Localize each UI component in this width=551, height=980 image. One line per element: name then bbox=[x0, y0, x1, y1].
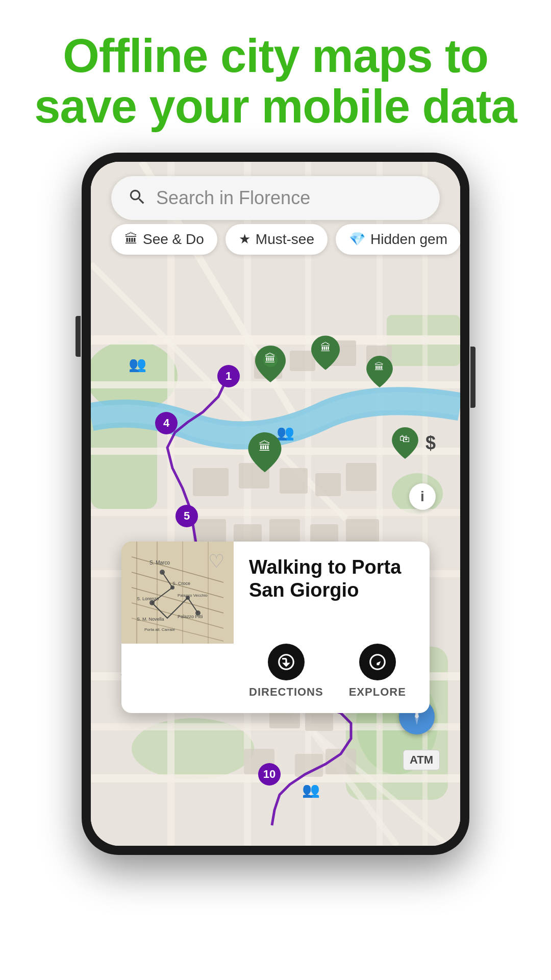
svg-text:🏛: 🏛 bbox=[320, 341, 331, 353]
chip-hidden-gem-label: Hidden gem bbox=[370, 231, 447, 248]
headline-line1: Offline city maps to bbox=[31, 31, 520, 81]
map-pin-5[interactable]: 🛍 bbox=[392, 427, 418, 461]
card-thumbnail: ♡ bbox=[121, 542, 234, 644]
svg-rect-16 bbox=[167, 162, 174, 846]
svg-rect-8 bbox=[91, 335, 460, 345]
chip-must-see-label: Must-see bbox=[256, 231, 314, 248]
dollar-marker: $ bbox=[425, 432, 436, 454]
map-background bbox=[91, 162, 460, 846]
svg-text:Palazzo Pitti: Palazzo Pitti bbox=[178, 614, 203, 619]
atm-badge: ATM bbox=[403, 750, 440, 770]
svg-rect-11 bbox=[91, 509, 460, 516]
hidden-gem-icon: 💎 bbox=[349, 231, 365, 247]
route-dot-1: 1 bbox=[217, 365, 240, 387]
info-button[interactable]: i bbox=[409, 483, 436, 510]
map-pin-2[interactable]: 🏛 bbox=[311, 335, 340, 372]
map-symbol-people-3: 👥 bbox=[302, 781, 320, 798]
chip-hidden-gem[interactable]: 💎 Hidden gem bbox=[336, 224, 460, 255]
map-pin-1[interactable]: 🏛 bbox=[255, 346, 286, 384]
svg-rect-17 bbox=[244, 162, 251, 846]
map-container: Search in Florence 🏛 See & Do ★ Must-see bbox=[91, 162, 460, 846]
chip-must-see[interactable]: ★ Must-see bbox=[226, 224, 328, 255]
headline: Offline city maps to save your mobile da… bbox=[31, 31, 520, 132]
directions-icon-circle bbox=[268, 644, 305, 680]
see-do-icon: 🏛 bbox=[124, 231, 138, 247]
search-icon bbox=[128, 187, 147, 209]
svg-text:🛍: 🛍 bbox=[400, 432, 411, 444]
phone-screen: Search in Florence 🏛 See & Do ★ Must-see bbox=[91, 162, 460, 846]
svg-text:S. Croce: S. Croce bbox=[172, 581, 190, 586]
card-title: Walking to Porta San Giorgio bbox=[249, 556, 414, 602]
chip-see-do-label: See & Do bbox=[143, 231, 204, 248]
explore-button[interactable]: EXPLORE bbox=[349, 644, 406, 699]
route-dot-10: 10 bbox=[258, 763, 281, 786]
map-pin-3[interactable]: 🏛 bbox=[366, 356, 393, 389]
heart-icon[interactable]: ♡ bbox=[208, 551, 224, 572]
page-header: Offline city maps to save your mobile da… bbox=[0, 0, 551, 153]
filter-chips: 🏛 See & Do ★ Must-see 💎 Hidden gem F bbox=[111, 224, 460, 255]
place-card: ♡ bbox=[121, 542, 430, 713]
svg-text:🏛: 🏛 bbox=[259, 439, 271, 453]
svg-text:🏛: 🏛 bbox=[375, 361, 385, 372]
directions-label: DIRECTIONS bbox=[249, 685, 323, 699]
explore-icon-circle bbox=[359, 644, 396, 680]
svg-text:Palazzo Vecchio: Palazzo Vecchio bbox=[178, 593, 208, 598]
svg-rect-38 bbox=[346, 519, 379, 545]
svg-rect-31 bbox=[280, 468, 308, 494]
map-symbol-people-1: 👥 bbox=[129, 356, 146, 373]
svg-rect-19 bbox=[377, 162, 383, 846]
map-pin-4[interactable]: 🏛 bbox=[248, 432, 282, 474]
svg-text:🏛: 🏛 bbox=[265, 352, 276, 365]
svg-rect-36 bbox=[269, 519, 300, 545]
chip-see-do[interactable]: 🏛 See & Do bbox=[111, 224, 217, 255]
svg-rect-18 bbox=[305, 162, 311, 846]
phone-wrapper: Search in Florence 🏛 See & Do ★ Must-see bbox=[0, 153, 551, 855]
card-content: ♡ bbox=[121, 542, 430, 644]
search-placeholder-text: Search in Florence bbox=[156, 187, 310, 209]
svg-rect-33 bbox=[346, 463, 377, 491]
headline-line2: save your mobile data bbox=[31, 81, 520, 132]
phone-mockup: Search in Florence 🏛 See & Do ★ Must-see bbox=[82, 153, 469, 855]
explore-label: EXPLORE bbox=[349, 685, 406, 699]
page-wrapper: Offline city maps to save your mobile da… bbox=[0, 0, 551, 980]
svg-text:S. Marco: S. Marco bbox=[149, 560, 170, 566]
directions-button[interactable]: DIRECTIONS bbox=[249, 644, 323, 699]
must-see-icon: ★ bbox=[239, 231, 251, 247]
svg-rect-32 bbox=[315, 473, 341, 496]
svg-rect-34 bbox=[193, 519, 226, 545]
svg-rect-29 bbox=[193, 468, 229, 496]
card-info: Walking to Porta San Giorgio bbox=[234, 542, 430, 644]
svg-text:S. M. Novella: S. M. Novella bbox=[137, 617, 164, 622]
svg-text:Porta all. Carraie: Porta all. Carraie bbox=[144, 627, 176, 632]
search-bar[interactable]: Search in Florence bbox=[111, 176, 440, 220]
svg-text:S. Lorenzo: S. Lorenzo bbox=[137, 596, 159, 601]
route-dot-5: 5 bbox=[176, 505, 198, 527]
route-dot-4: 4 bbox=[155, 412, 178, 434]
card-actions: DIRECTIONS EXPLORE bbox=[121, 644, 430, 713]
